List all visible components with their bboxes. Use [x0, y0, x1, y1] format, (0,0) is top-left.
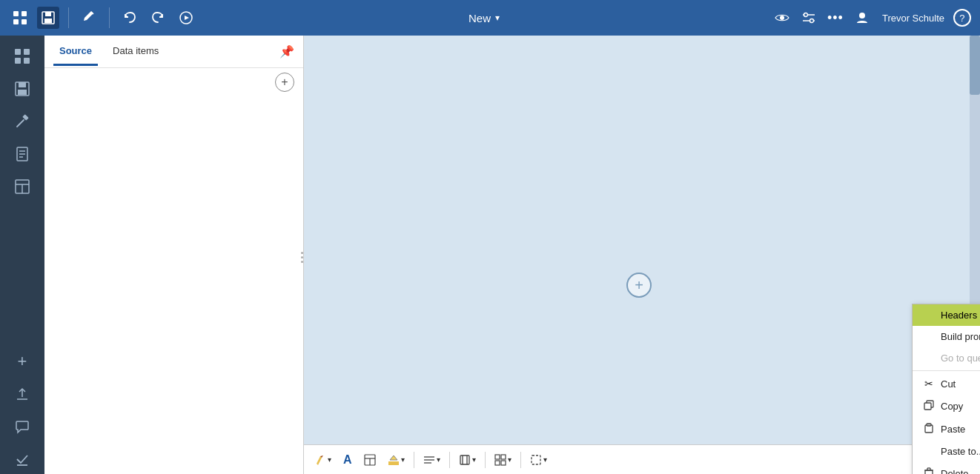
svg-marker-8 — [185, 16, 189, 20]
grid2-chevron: ▾ — [508, 455, 511, 464]
svg-rect-54 — [532, 455, 540, 464]
toolbar-grid2-btn[interactable]: ▾ — [490, 450, 516, 470]
user-nav-icon[interactable] — [851, 7, 873, 29]
ctx-label-bp: Build prompt page — [941, 331, 980, 342]
svg-rect-18 — [24, 58, 30, 64]
eye-nav-icon[interactable] — [771, 7, 793, 29]
svg-rect-34 — [927, 424, 931, 426]
svg-rect-16 — [24, 49, 30, 55]
nav-title[interactable]: New ▾ — [469, 12, 500, 24]
sidebar-upload-icon[interactable] — [7, 379, 37, 409]
panel-pin-icon[interactable]: 📌 — [279, 44, 294, 59]
bottom-toolbar: ▾ A ▾ ▾ ▾ ▾ — [304, 444, 980, 474]
svg-rect-21 — [18, 90, 27, 95]
ctx-icon-copy — [923, 400, 935, 413]
canvas-area: + Headers & footers ▶ Build prompt page … — [304, 36, 980, 474]
paint-chevron: ▾ — [328, 455, 331, 464]
ctx-label-hf: Headers & footers — [941, 310, 980, 321]
ctx-label-paste: Paste — [941, 424, 965, 435]
undo-nav-icon[interactable] — [119, 7, 141, 29]
align-chevron: ▾ — [437, 455, 440, 464]
canvas-plus-button[interactable]: + — [626, 273, 652, 298]
nav-right: ••• Trevor Schulte ? — [771, 7, 971, 29]
sidebar-add-icon[interactable]: + — [7, 347, 37, 376]
svg-point-9 — [780, 16, 784, 20]
nav-sep-2 — [109, 7, 110, 28]
svg-point-14 — [859, 13, 865, 19]
sidebar-table-icon[interactable] — [7, 172, 37, 201]
user-name: Trevor Schulte — [882, 13, 944, 24]
svg-rect-51 — [501, 455, 506, 459]
svg-point-13 — [810, 19, 813, 23]
ctx-icon-delete — [923, 467, 935, 474]
left-sidebar: + — [0, 36, 44, 474]
sidebar-save-icon[interactable] — [7, 74, 37, 104]
svg-rect-50 — [495, 455, 500, 459]
ctx-delete[interactable]: Delete — [913, 462, 980, 474]
select-chevron: ▾ — [543, 455, 547, 464]
toolbar-sep-3 — [485, 452, 486, 468]
scrollbar-thumb[interactable] — [970, 36, 980, 95]
svg-rect-35 — [925, 470, 933, 474]
grid-nav-icon[interactable] — [9, 7, 31, 29]
svg-rect-1 — [21, 11, 27, 16]
ctx-paste[interactable]: Paste — [913, 418, 980, 441]
svg-rect-52 — [495, 461, 500, 465]
side-panel: Source Data items 📌 + — [44, 36, 304, 474]
svg-point-12 — [804, 13, 807, 17]
help-nav-icon[interactable]: ? — [953, 9, 971, 27]
nav-sep-1 — [68, 7, 69, 28]
svg-rect-43 — [388, 461, 399, 465]
toolbar-paint-btn[interactable]: ▾ — [310, 450, 336, 470]
ctx-paste-to[interactable]: Paste to... — [913, 441, 980, 462]
svg-rect-3 — [21, 19, 27, 24]
title-chevron: ▾ — [495, 13, 500, 23]
ctx-label-gq: Go to query — [941, 353, 980, 364]
svg-rect-20 — [19, 82, 26, 87]
ctx-label-copy: Copy — [941, 401, 963, 412]
toolbar-font-btn[interactable]: A — [339, 450, 357, 470]
tab-source[interactable]: Source — [53, 38, 98, 66]
panel-drag-handle[interactable] — [301, 252, 303, 263]
toolbar-frame-btn[interactable]: ▾ — [454, 450, 480, 470]
sidebar-grid-icon[interactable] — [7, 41, 37, 71]
tab-data-items[interactable]: Data items — [107, 38, 165, 66]
panel-tabs: Source Data items 📌 — [44, 36, 303, 68]
drag-dot-1 — [301, 252, 303, 254]
toolbar-sep-4 — [520, 452, 521, 468]
svg-rect-32 — [924, 403, 931, 410]
sidebar-hammer-icon[interactable] — [7, 107, 37, 136]
toolbar-table-btn[interactable] — [360, 450, 380, 470]
sidebar-check-icon[interactable] — [7, 444, 37, 474]
svg-rect-53 — [501, 461, 506, 465]
sidebar-chat-icon[interactable] — [7, 412, 37, 441]
ctx-headers-footers[interactable]: Headers & footers ▶ — [913, 304, 980, 326]
svg-rect-47 — [460, 455, 469, 464]
ctx-icon-cut: ✂ — [923, 378, 935, 390]
ctx-label-paste-to: Paste to... — [941, 446, 980, 457]
toolbar-sep-1 — [414, 452, 414, 468]
ctx-build-prompt[interactable]: Build prompt page — [913, 326, 980, 347]
pencil-nav-icon[interactable] — [78, 7, 100, 29]
svg-rect-15 — [15, 49, 21, 55]
save-nav-icon[interactable] — [37, 7, 59, 29]
ctx-copy[interactable]: Copy — [913, 395, 980, 418]
sidebar-doc-icon[interactable] — [7, 139, 37, 169]
fill-chevron: ▾ — [401, 455, 405, 464]
dots-nav-icon[interactable]: ••• — [824, 7, 847, 29]
ctx-label-delete: Delete — [941, 468, 969, 474]
play-nav-icon[interactable] — [175, 7, 197, 29]
svg-rect-5 — [45, 12, 51, 16]
toolbar-fill-btn[interactable]: ▾ — [383, 450, 409, 470]
toolbar-align-btn[interactable]: ▾ — [419, 450, 445, 470]
ctx-cut[interactable]: ✂ Cut — [913, 373, 980, 395]
panel-add-button[interactable]: + — [275, 73, 294, 92]
redo-nav-icon[interactable] — [147, 7, 169, 29]
svg-rect-6 — [44, 19, 52, 23]
toolbar-select-btn[interactable]: ▾ — [526, 450, 552, 470]
sliders-nav-icon[interactable] — [798, 7, 820, 29]
ctx-label-cut: Cut — [941, 378, 956, 390]
context-menu: Headers & footers ▶ Build prompt page Go… — [912, 304, 980, 474]
top-nav: New ▾ ••• Trevor Schulte ? — [0, 0, 980, 36]
ctx-icon-paste — [923, 423, 935, 435]
